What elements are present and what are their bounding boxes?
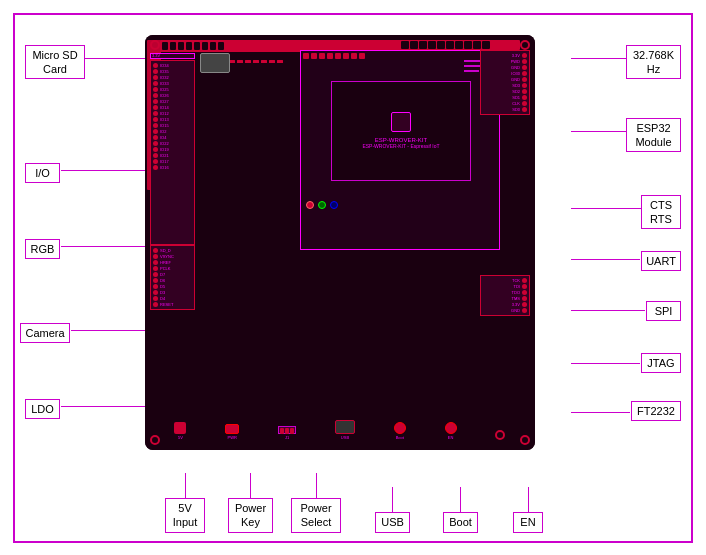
connector-cts-rts xyxy=(571,208,641,209)
connector-ldo xyxy=(61,406,145,407)
connector-camera xyxy=(71,330,145,331)
label-power-select: PowerSelect xyxy=(291,473,341,533)
pcb-board: 3.3V IO34 IO35 xyxy=(145,35,535,450)
label-ldo: LDO xyxy=(25,399,60,419)
label-esp32: ESP32Module xyxy=(626,118,681,153)
connector-uart xyxy=(571,259,640,260)
label-cts-rts: CTSRTS xyxy=(641,195,681,230)
label-jtag: JTAG xyxy=(641,353,681,373)
connector-jtag xyxy=(571,363,640,364)
pcb-inner: 3.3V IO34 IO35 xyxy=(145,35,535,450)
label-rgb: RGB xyxy=(25,239,60,259)
label-boot: Boot xyxy=(443,487,478,532)
connector-micro-sd xyxy=(85,58,145,59)
connector-spi xyxy=(571,310,645,311)
label-crystal: 32.768KHz xyxy=(626,45,681,80)
connector-rgb xyxy=(61,246,145,247)
label-spi: SPI xyxy=(646,301,681,321)
label-usb: USB xyxy=(375,487,410,532)
label-io: I/O xyxy=(25,163,60,183)
connector-esp32 xyxy=(571,131,626,132)
diagram-container: 3.3V IO34 IO35 xyxy=(0,0,706,555)
connector-crystal xyxy=(571,58,626,59)
connector-ft2232 xyxy=(571,412,630,413)
connector-io xyxy=(61,170,145,171)
label-camera: Camera xyxy=(20,323,70,343)
label-ft2232: FT2232 xyxy=(631,401,681,421)
diagram-wrapper: 3.3V IO34 IO35 xyxy=(13,13,693,543)
label-micro-sd: Micro SDCard xyxy=(25,45,85,80)
label-en: EN xyxy=(513,487,543,532)
label-5v-input: 5VInput xyxy=(165,473,205,533)
label-uart: UART xyxy=(641,251,681,271)
label-power-key: PowerKey xyxy=(228,473,273,533)
